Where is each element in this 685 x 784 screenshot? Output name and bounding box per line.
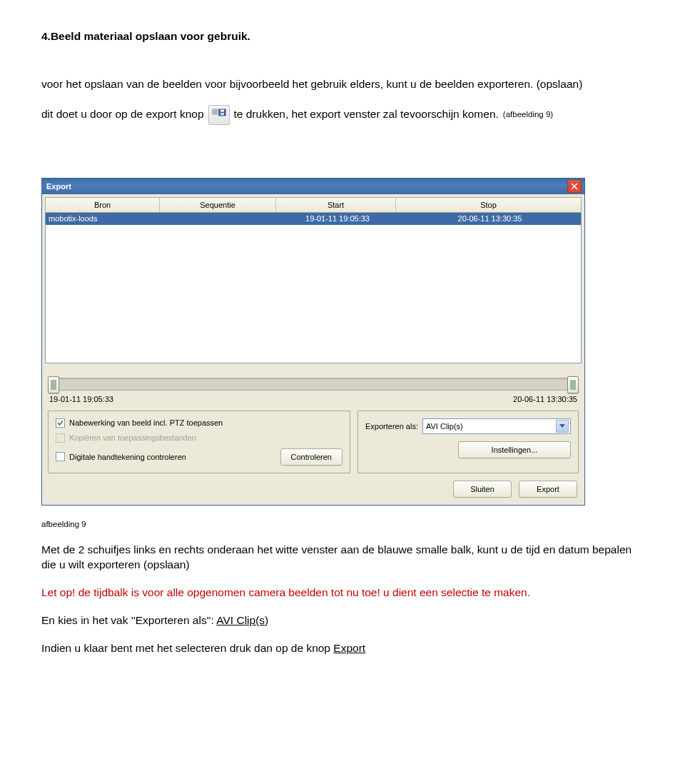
slider-handle-left[interactable]	[48, 376, 59, 393]
paragraph-3: Met de 2 schuifjes links en rechts onder…	[41, 543, 644, 573]
chevron-down-icon	[556, 420, 569, 433]
checkbox-digitale-row-wrap: Digitale handtekening controleren Contro…	[56, 448, 342, 466]
time-slider-zone: 19-01-11 19:05:33 20-06-11 13:30:35	[42, 366, 584, 406]
checkbox-kopieren-label: Kopiëren van toepassingsbestanden	[69, 433, 196, 442]
paragraph-2-part-a: dit doet u door op de export knop	[41, 107, 204, 122]
export-als-select[interactable]: AVI Clip(s)	[422, 418, 571, 434]
sluiten-button[interactable]: Sluiten	[453, 481, 512, 498]
export-als-row: Exporteren als: AVI Clip(s)	[365, 418, 571, 434]
table-row[interactable]: mobotix-loods 19-01-11 19:05:33 20-06-11…	[46, 213, 581, 225]
checkbox-nabewerking[interactable]	[56, 418, 65, 428]
checkbox-nabewerking-label: Nabewerking van beeld incl. PTZ toepasse…	[69, 418, 223, 427]
checkbox-digitale[interactable]	[56, 452, 65, 461]
cell-start: 19-01-11 19:05:33	[276, 214, 396, 223]
paragraph-1: voor het opslaan van de beelden voor bij…	[41, 77, 644, 92]
controleren-button[interactable]: Controleren	[280, 448, 342, 466]
options-right-panel: Exporteren als: AVI Clip(s) Instellingen…	[357, 411, 579, 473]
slider-label-from: 19-01-11 19:05:33	[49, 395, 113, 403]
window-titlebar: Export	[42, 179, 584, 194]
table-body: mobotix-loods 19-01-11 19:05:33 20-06-11…	[45, 213, 582, 363]
table-header-row: Bron Sequentie Start Stop	[45, 197, 582, 213]
close-icon	[571, 183, 578, 190]
checkbox-digitale-label: Digitale handtekening controleren	[69, 453, 186, 461]
paragraph-2-part-b: te drukken, het export venster zal tevoo…	[234, 107, 499, 122]
window-title: Export	[46, 182, 71, 191]
paragraph-2-note: (afbeelding 9)	[503, 109, 553, 121]
slider-handle-right[interactable]	[567, 376, 579, 393]
checkbox-kopieren	[56, 433, 65, 443]
export-als-value: AVI Clip(s)	[426, 422, 463, 431]
cell-stop: 20-06-11 13:30:35	[396, 214, 581, 223]
section-heading: 4.Beeld materiaal opslaan voor gebruik.	[41, 30, 644, 43]
column-header-start[interactable]: Start	[276, 198, 396, 212]
column-header-bron[interactable]: Bron	[46, 198, 160, 212]
paragraph-5: Indien u klaar bent met het selecteren d…	[41, 641, 644, 656]
options-left-panel: Nabewerking van beeld incl. PTZ toepasse…	[48, 411, 350, 473]
column-header-stop[interactable]: Stop	[396, 198, 581, 212]
check-icon	[56, 419, 64, 427]
paragraph-5-underlined: Export	[333, 642, 365, 654]
paragraph-5-text: Indien u klaar bent met het selecteren d…	[41, 642, 333, 654]
checkbox-digitale-row: Digitale handtekening controleren	[56, 452, 273, 461]
svg-rect-4	[220, 113, 224, 115]
slider-label-to: 20-06-11 13:30:35	[513, 395, 577, 403]
instellingen-button[interactable]: Instellingen...	[458, 441, 571, 458]
window-footer: Sluiten Export	[42, 481, 584, 505]
checkbox-nabewerking-row: Nabewerking van beeld incl. PTZ toepasse…	[56, 418, 342, 428]
instellingen-row: Instellingen...	[365, 441, 571, 458]
export-button[interactable]: Export	[519, 481, 577, 498]
time-slider-track[interactable]	[48, 378, 579, 391]
svg-rect-3	[220, 109, 224, 111]
export-als-label: Exporteren als:	[365, 422, 418, 431]
figure-caption: afbeelding 9	[41, 520, 644, 528]
svg-rect-1	[213, 110, 217, 114]
warning-paragraph: Let op! de tijdbalk is voor alle opgenom…	[41, 586, 644, 600]
column-header-sequentie[interactable]: Sequentie	[160, 198, 276, 212]
paragraph-4: En kies in het vak ''Exporteren als'': A…	[41, 613, 644, 628]
slider-labels: 19-01-11 19:05:33 20-06-11 13:30:35	[48, 391, 579, 403]
table-area: Bron Sequentie Start Stop mobotix-loods …	[42, 194, 584, 366]
paragraph-2: dit doet u door op de export knop te dru…	[41, 105, 644, 125]
checkbox-kopieren-row: Kopiëren van toepassingsbestanden	[56, 433, 342, 443]
paragraph-4-text: En kies in het vak ''Exporteren als'':	[41, 614, 216, 626]
close-button[interactable]	[567, 180, 582, 193]
export-save-icon	[208, 105, 230, 125]
cell-bron: mobotix-loods	[46, 214, 160, 223]
paragraph-4-underlined: AVI Clip(s)	[216, 614, 268, 626]
options-zone: Nabewerking van beeld incl. PTZ toepasse…	[42, 406, 584, 481]
export-window: Export Bron Sequentie Start Stop mobotix…	[41, 178, 585, 506]
